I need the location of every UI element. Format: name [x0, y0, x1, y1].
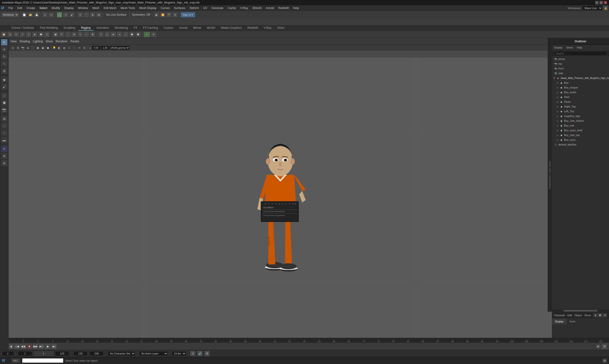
tree-item-main-group[interactable]: ▼ ◈ Asian_Male_Prisoner_with_Mugshot_Sig…: [552, 76, 609, 80]
menu-arnold[interactable]: Arnold: [264, 5, 276, 11]
tab-sculpting[interactable]: Sculpting: [61, 26, 78, 31]
command-icon-btn[interactable]: ⊞: [602, 358, 607, 363]
tick-81[interactable]: 81: [401, 339, 416, 343]
tree-item-mugshot[interactable]: ▷ ◆ mugshot_sign: [552, 114, 609, 118]
timeline-area[interactable]: 0 3 6 9 12 15 18 21 24 27 30 33 36 39 42…: [0, 338, 609, 350]
fps-dropdown[interactable]: 24 fps: [172, 351, 186, 356]
ch-tab-display[interactable]: Display: [552, 319, 567, 324]
vp-shadow-btn[interactable]: ◧: [57, 45, 62, 50]
go-to-end-btn[interactable]: ▶|: [51, 344, 57, 349]
tree-item-persp[interactable]: 📷 persp: [552, 57, 609, 61]
prev-key-btn[interactable]: ◁◀: [14, 344, 20, 349]
tick-15[interactable]: 15: [75, 339, 90, 343]
snap2-btn[interactable]: ⊗: [1, 160, 8, 167]
grid-btn[interactable]: #: [1, 145, 8, 152]
menu-help[interactable]: Help: [291, 5, 301, 11]
tree-item-right-top[interactable]: ▷ ◆ Right_Top: [552, 104, 609, 109]
menu-window[interactable]: Window: [76, 5, 90, 11]
vp-textured-btn[interactable]: ◼: [45, 45, 50, 50]
vp-gamma-dropdown[interactable]: sRGB gamma: [109, 46, 130, 50]
tick-60[interactable]: 60: [297, 339, 312, 343]
tick-30[interactable]: 30: [149, 339, 164, 343]
tick-48[interactable]: 48: [238, 339, 253, 343]
ipr-btn[interactable]: 🎬: [166, 12, 172, 18]
tree-item-left-top[interactable]: ▷ ◆ Left_Top: [552, 109, 609, 114]
vp-motion-btn[interactable]: ↠: [77, 45, 82, 50]
tree-item-boy-jaw-bottom[interactable]: ▷ ◆ Boy_Jaw_bottom: [552, 118, 609, 123]
close-button[interactable]: ✕: [604, 1, 607, 4]
tab-animation[interactable]: Animation: [94, 26, 112, 31]
tree-item-boy-eyes[interactable]: ▷ ◆ Boy_eyes: [552, 137, 609, 142]
tick-54[interactable]: 54: [268, 339, 282, 343]
tick-111[interactable]: 111: [549, 339, 564, 343]
menu-display[interactable]: Display: [62, 5, 75, 11]
current-frame-input[interactable]: [2, 351, 14, 356]
menu-mesh-tools[interactable]: Mesh Tools: [119, 5, 137, 11]
menu-curves[interactable]: Curves: [159, 5, 172, 11]
scale-tool-btn[interactable]: ⤡: [1, 60, 8, 67]
modeling-dropdown[interactable]: Modeling: [1, 12, 19, 18]
viewport-menu-shading[interactable]: Shading: [20, 40, 30, 43]
shelf-btn-16[interactable]: □: [98, 32, 104, 37]
pause-btn[interactable]: ⏸: [172, 12, 178, 18]
tick-12[interactable]: 12: [60, 339, 75, 343]
shelf-btn-12[interactable]: ⊕: [71, 32, 77, 37]
tab-fx[interactable]: FX: [131, 26, 140, 31]
shelf-btn-6[interactable]: ◈: [32, 32, 38, 37]
universal-tool-btn[interactable]: ⊞: [1, 67, 8, 74]
outliner-scrollbar[interactable]: [552, 310, 609, 312]
tree-item-front[interactable]: 📷 front: [552, 66, 609, 71]
maximize-button[interactable]: □: [599, 1, 603, 4]
range-end-input[interactable]: [90, 351, 104, 356]
shelf-btn-13[interactable]: ⤡: [77, 32, 83, 37]
ch-menu-object[interactable]: Object: [574, 314, 582, 317]
tick-117[interactable]: 117: [579, 339, 593, 343]
menu-3dtall[interactable]: 3DtoAll: [250, 5, 263, 11]
anim-layer-dropdown[interactable]: No Anim Layer: [139, 351, 168, 356]
tab-redshift[interactable]: Redshift: [245, 26, 261, 31]
tick-27[interactable]: 27: [134, 339, 149, 343]
tick-3[interactable]: 3: [16, 339, 30, 343]
step-back-btn[interactable]: ◀: [8, 344, 13, 349]
tick-42[interactable]: 42: [208, 339, 223, 343]
settings2-btn[interactable]: ⚙: [204, 351, 210, 356]
ch-menu-channels[interactable]: Channels: [554, 314, 565, 317]
tick-93[interactable]: 93: [460, 339, 475, 343]
menu-file[interactable]: File: [6, 5, 15, 11]
tick-21[interactable]: 21: [105, 339, 120, 343]
smooth-btn[interactable]: ◌: [1, 122, 8, 129]
shelf-btn-5[interactable]: ↗: [26, 32, 31, 37]
paint-btn[interactable]: 🖌: [69, 12, 75, 18]
vp-cam-btn[interactable]: 📷: [20, 45, 25, 50]
shelf-btn-18[interactable]: ◈: [110, 32, 116, 37]
vp-frame-btn[interactable]: ⬛: [30, 45, 35, 50]
tree-item-pants[interactable]: ▷ ◆ Pants: [552, 99, 609, 104]
shelf-btn-8[interactable]: ⬡: [44, 32, 50, 37]
vp-solid-btn[interactable]: ▣: [41, 45, 45, 50]
menu-redshift[interactable]: Redshift: [277, 5, 291, 11]
outliner-menu-help[interactable]: Help: [577, 46, 582, 49]
menu-edit-mesh[interactable]: Edit Mesh: [102, 5, 118, 11]
marquee-sel-btn[interactable]: ⬢: [1, 99, 8, 106]
tree-item-boy-eyes-shell[interactable]: ▷ ◆ Boy_eyes_shell: [552, 128, 609, 133]
tab-vray[interactable]: V-Ray: [261, 26, 274, 31]
outliner-menu-display[interactable]: Display: [554, 46, 563, 49]
tab-poly-modeling[interactable]: Poly Modeling: [37, 26, 60, 31]
menu-create[interactable]: Create: [25, 5, 37, 11]
tab-curves-surfaces[interactable]: Curves / Surfaces: [9, 26, 37, 31]
tree-item-boy-jaw-top[interactable]: ▷ ◆ Boy_Jaw_top: [552, 133, 609, 137]
tab-rigging[interactable]: Rigging: [78, 26, 94, 31]
command-input[interactable]: [22, 358, 63, 363]
shelf-btn-19[interactable]: ∿: [117, 32, 122, 37]
timeline-ruler[interactable]: 0 3 6 9 12 15 18 21 24 27 30 33 36 39 42…: [0, 338, 609, 343]
tick-120[interactable]: 120: [593, 339, 608, 343]
vp-gamma-input1[interactable]: [92, 46, 100, 50]
tick-39[interactable]: 39: [193, 339, 208, 343]
render-btn[interactable]: ▶: [154, 12, 160, 18]
vp-iso-btn[interactable]: ◈: [26, 45, 30, 50]
tab-custom[interactable]: Custom: [161, 26, 176, 31]
menu-modify[interactable]: Modify: [50, 5, 62, 11]
shelf-btn-2[interactable]: ◎: [7, 32, 13, 37]
menu-deform[interactable]: Deform: [188, 5, 201, 11]
open-file-btn[interactable]: 📂: [27, 12, 33, 18]
